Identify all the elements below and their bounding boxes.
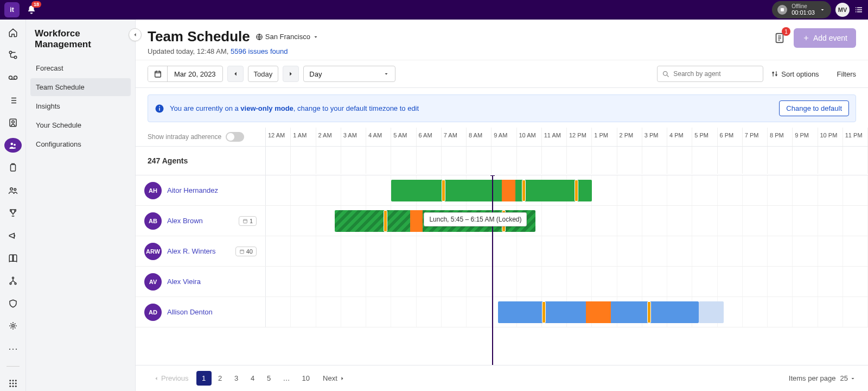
add-event-button[interactable]: Add event (794, 28, 856, 48)
rail-settings-list[interactable] (4, 93, 22, 108)
page-number-button[interactable]: 4 (245, 371, 260, 386)
schedule-lane[interactable] (266, 267, 868, 297)
user-avatar[interactable]: MV (835, 3, 850, 17)
status-icon (777, 5, 787, 15)
rail-hierarchy[interactable] (4, 273, 22, 288)
svg-point-14 (15, 283, 16, 285)
agent-row: ADAllison Denton (136, 297, 868, 327)
svg-point-8 (14, 143, 16, 146)
svg-point-22 (9, 386, 11, 387)
rail-network[interactable] (4, 319, 22, 334)
agent-name[interactable]: Aitor Hernandez (167, 186, 257, 194)
hour-header: 6 PM (718, 128, 743, 146)
status-pill[interactable]: Offline 00:01:03 (772, 1, 831, 18)
items-per-page-value[interactable]: 25 (840, 374, 856, 382)
sort-button[interactable]: Sort options (771, 70, 819, 78)
hour-header: 7 AM (442, 128, 467, 146)
chevron-right-icon (339, 375, 346, 382)
page-number-button[interactable]: 5 (261, 371, 277, 386)
agent-name[interactable]: Alex R. Winters (167, 247, 230, 255)
hour-header: 10 PM (818, 128, 843, 146)
svg-point-3 (9, 76, 12, 79)
rail-wfm[interactable] (4, 138, 22, 153)
sort-icon (771, 70, 778, 78)
rail-apps[interactable] (4, 376, 22, 391)
icon-rail: ⋯ (0, 20, 26, 391)
prev-page-button[interactable]: Previous (148, 371, 194, 386)
hour-header: 5 AM (391, 128, 416, 146)
date-value: Mar 20, 2023 (168, 70, 222, 78)
agent-name[interactable]: Alex Vieira (167, 278, 257, 286)
next-day-button[interactable] (283, 66, 299, 82)
rail-clipboard[interactable] (4, 160, 22, 175)
page-number-button[interactable]: 1 (196, 371, 212, 386)
page-notification-button[interactable]: 1 (771, 29, 788, 47)
status-time: 00:01:03 (792, 9, 815, 16)
chevron-left-icon (232, 70, 239, 78)
svg-point-28 (663, 71, 668, 75)
notifications-button[interactable]: 18 (24, 2, 39, 17)
sidebar-item[interactable]: Configurations (30, 135, 131, 153)
prev-day-button[interactable] (227, 66, 244, 82)
menu-button[interactable] (854, 5, 864, 15)
agent-row: AHAitor Hernandez (136, 175, 868, 206)
schedule-lane[interactable] (266, 297, 868, 327)
chevron-left-icon (132, 31, 138, 38)
location-selector[interactable]: San Francisco (256, 33, 319, 41)
status-label: Offline (792, 3, 815, 9)
agent-row: AVAlex Vieira (136, 267, 868, 297)
schedule-lane[interactable] (266, 236, 868, 266)
today-button[interactable]: Today (248, 66, 279, 82)
pagination: Previous 12345…10 Next Items per page 25 (136, 365, 868, 391)
page-number-button[interactable]: 2 (213, 371, 228, 386)
hour-header: 3 PM (642, 128, 667, 146)
svg-point-21 (15, 383, 16, 384)
view-selector[interactable]: Day (303, 66, 395, 82)
rail-home[interactable] (4, 25, 22, 40)
list-icon (854, 5, 864, 15)
hour-header: 12 AM (266, 128, 291, 146)
filter-button[interactable]: Filters (827, 70, 856, 78)
notification-count: 18 (31, 1, 41, 8)
agent-name[interactable]: Alex Brown (167, 217, 233, 225)
hour-header: 2 PM (617, 128, 642, 146)
sidebar-item[interactable]: Team Schedule (30, 78, 131, 96)
chevron-right-icon (287, 70, 295, 78)
collapse-sidebar-button[interactable] (129, 28, 142, 41)
hour-header: 4 PM (667, 128, 692, 146)
schedule-lane[interactable]: Lunch, 5:45 – 6:15 AM (Locked) (266, 206, 868, 236)
sidebar-item[interactable]: Your Schedule (30, 116, 131, 134)
rail-shield[interactable] (4, 296, 22, 311)
next-page-button[interactable]: Next (317, 371, 351, 386)
date-picker[interactable]: Mar 20, 2023 (148, 66, 223, 82)
plus-icon (802, 34, 810, 42)
svg-rect-9 (10, 165, 15, 171)
svg-rect-27 (155, 71, 161, 77)
svg-point-23 (12, 386, 14, 387)
sidebar-item[interactable]: Forecast (30, 59, 131, 77)
topbar: it 18 Offline 00:01:03 MV (0, 0, 868, 20)
page-number-button: … (278, 371, 296, 386)
schedule-header: Show intraday adherence 12 AM1 AM2 AM3 A… (136, 128, 868, 147)
change-to-default-button[interactable]: Change to default (779, 100, 849, 116)
page-number-button[interactable]: 3 (229, 371, 244, 386)
rail-more[interactable]: ⋯ (4, 341, 22, 356)
search-box[interactable] (657, 66, 763, 82)
agent-name[interactable]: Allison Denton (167, 308, 257, 316)
rail-voicemail[interactable] (4, 70, 22, 85)
rail-team[interactable] (4, 183, 22, 198)
adherence-toggle[interactable] (226, 132, 244, 142)
sidebar-item[interactable]: Insights (30, 97, 131, 115)
rail-book[interactable] (4, 251, 22, 266)
issues-link[interactable]: 5596 issues found (231, 47, 288, 55)
rail-workflow[interactable] (4, 48, 22, 63)
calendar-icon (154, 70, 162, 78)
rail-contacts[interactable] (4, 115, 22, 130)
app-logo[interactable]: it (4, 2, 20, 17)
schedule-lane[interactable] (266, 175, 868, 205)
page-number-button[interactable]: 10 (297, 371, 315, 386)
rail-trophy[interactable] (4, 206, 22, 221)
agent-avatar: AD (144, 304, 162, 321)
search-input[interactable] (673, 70, 758, 78)
rail-announce[interactable] (4, 228, 22, 243)
